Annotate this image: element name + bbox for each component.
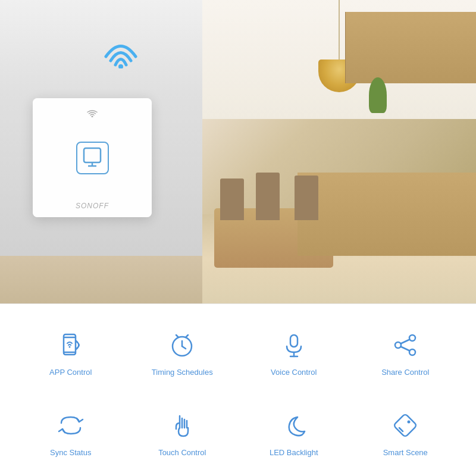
svg-line-21 — [401, 347, 410, 351]
brand-label: SONOFF — [76, 202, 109, 210]
feature-timing: Timing Schedules — [130, 316, 236, 390]
led-backlight-icon — [277, 409, 310, 442]
led-backlight-label: LED Backlight — [270, 448, 318, 458]
svg-point-17 — [409, 335, 415, 341]
svg-point-18 — [395, 342, 401, 348]
switch-wifi-icon — [87, 109, 98, 120]
svg-line-12 — [176, 335, 178, 337]
right-panel — [202, 0, 476, 303]
smart-scene-label: Smart Scene — [383, 448, 428, 458]
smart-scene-icon — [389, 409, 422, 442]
plant — [369, 77, 387, 113]
svg-point-19 — [409, 349, 415, 355]
svg-point-23 — [408, 421, 411, 424]
feature-led: LED Backlight — [241, 396, 347, 471]
svg-line-11 — [182, 346, 186, 349]
svg-line-13 — [186, 335, 188, 337]
wifi-signal-icon — [100, 30, 142, 71]
left-panel: SONOFF — [0, 0, 202, 303]
features-grid: APP Control Timing Schedules — [18, 316, 458, 471]
voice-control-icon — [277, 329, 310, 362]
svg-rect-22 — [393, 414, 417, 437]
timing-icon — [166, 329, 199, 362]
lower-cabinet — [298, 173, 476, 256]
svg-point-0 — [118, 64, 123, 68]
share-control-icon — [389, 329, 422, 362]
svg-line-20 — [401, 340, 410, 344]
features-section: APP Control Timing Schedules — [0, 304, 476, 476]
svg-rect-14 — [290, 335, 298, 347]
svg-point-1 — [92, 116, 93, 118]
switch-button[interactable] — [76, 142, 109, 174]
sync-status-icon — [54, 409, 87, 442]
chair-1 — [220, 178, 244, 220]
feature-app-control: APP Control — [18, 316, 124, 390]
sonoff-switch[interactable]: SONOFF — [33, 98, 152, 217]
app-control-icon — [54, 329, 87, 362]
sync-status-label: Sync Status — [50, 448, 91, 458]
app-control-label: APP Control — [49, 368, 92, 378]
svg-rect-2 — [84, 148, 101, 162]
share-control-label: Share Control — [381, 368, 429, 378]
feature-share: Share Control — [353, 316, 459, 390]
touch-control-icon — [166, 409, 199, 442]
voice-control-label: Voice Control — [271, 368, 317, 378]
chair-2 — [256, 173, 280, 220]
chair-3 — [295, 176, 318, 220]
feature-voice: Voice Control — [241, 316, 347, 390]
timing-label: Timing Schedules — [152, 368, 213, 378]
feature-smart-scene: Smart Scene — [353, 396, 459, 471]
hero-section: SONOFF — [0, 0, 476, 303]
upper-cabinet — [345, 12, 476, 83]
feature-touch: Touch Control — [130, 396, 236, 471]
touch-control-label: Touch Control — [158, 448, 206, 458]
svg-point-8 — [68, 346, 70, 348]
feature-sync: Sync Status — [18, 396, 124, 471]
